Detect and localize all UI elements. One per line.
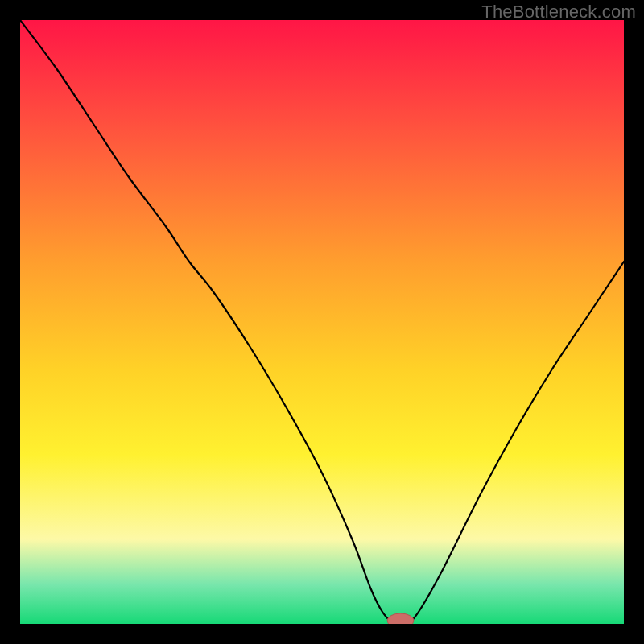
chart-frame: TheBottleneck.com bbox=[0, 0, 644, 644]
bottleneck-chart bbox=[20, 20, 624, 624]
plot-area bbox=[20, 20, 624, 624]
gradient-background bbox=[20, 20, 624, 624]
watermark-text: TheBottleneck.com bbox=[481, 2, 636, 23]
